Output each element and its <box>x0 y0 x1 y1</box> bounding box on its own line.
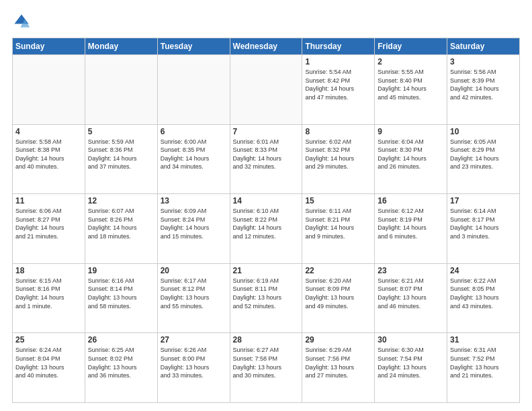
calendar-cell: 11Sunrise: 6:06 AM Sunset: 8:27 PM Dayli… <box>13 194 85 264</box>
calendar-cell: 18Sunrise: 6:15 AM Sunset: 8:16 PM Dayli… <box>13 263 85 333</box>
day-number: 13 <box>161 196 227 205</box>
day-number: 26 <box>88 335 154 345</box>
calendar-cell <box>230 55 302 125</box>
calendar-cell: 20Sunrise: 6:17 AM Sunset: 8:12 PM Dayli… <box>157 263 230 333</box>
day-info: Sunrise: 6:15 AM Sunset: 8:16 PM Dayligh… <box>15 277 82 310</box>
day-number: 29 <box>305 335 371 345</box>
day-number: 21 <box>233 266 300 275</box>
calendar-cell: 4Sunrise: 5:58 AM Sunset: 8:38 PM Daylig… <box>13 124 85 194</box>
calendar-table: SundayMondayTuesdayWednesdayThursdayFrid… <box>12 38 520 403</box>
logo <box>12 12 35 31</box>
calendar-cell: 24Sunrise: 6:22 AM Sunset: 8:05 PM Dayli… <box>447 263 520 333</box>
calendar-cell: 27Sunrise: 6:26 AM Sunset: 8:00 PM Dayli… <box>157 333 230 403</box>
calendar-cell: 10Sunrise: 6:05 AM Sunset: 8:29 PM Dayli… <box>447 124 520 194</box>
day-info: Sunrise: 6:14 AM Sunset: 8:17 PM Dayligh… <box>450 207 517 240</box>
day-info: Sunrise: 5:59 AM Sunset: 8:36 PM Dayligh… <box>88 138 154 171</box>
calendar-cell: 31Sunrise: 6:31 AM Sunset: 7:52 PM Dayli… <box>447 333 520 403</box>
day-info: Sunrise: 6:21 AM Sunset: 8:07 PM Dayligh… <box>378 277 444 310</box>
weekday-header: Monday <box>85 38 157 55</box>
calendar-cell: 5Sunrise: 5:59 AM Sunset: 8:36 PM Daylig… <box>85 124 157 194</box>
calendar-cell: 3Sunrise: 5:56 AM Sunset: 8:39 PM Daylig… <box>447 55 520 125</box>
day-number: 2 <box>378 57 444 66</box>
day-number: 30 <box>378 335 444 345</box>
calendar-body: 1Sunrise: 5:54 AM Sunset: 8:42 PM Daylig… <box>13 55 520 403</box>
calendar-cell: 7Sunrise: 6:01 AM Sunset: 8:33 PM Daylig… <box>230 124 302 194</box>
day-number: 31 <box>450 335 517 345</box>
calendar-cell: 30Sunrise: 6:30 AM Sunset: 7:54 PM Dayli… <box>375 333 447 403</box>
day-info: Sunrise: 6:24 AM Sunset: 8:04 PM Dayligh… <box>15 346 82 379</box>
day-info: Sunrise: 6:00 AM Sunset: 8:35 PM Dayligh… <box>161 138 227 171</box>
calendar-week-row: 25Sunrise: 6:24 AM Sunset: 8:04 PM Dayli… <box>13 333 520 403</box>
day-number: 28 <box>233 335 300 345</box>
calendar-cell: 16Sunrise: 6:12 AM Sunset: 8:19 PM Dayli… <box>375 194 447 264</box>
calendar-header-row: SundayMondayTuesdayWednesdayThursdayFrid… <box>13 38 520 55</box>
weekday-header: Tuesday <box>157 38 230 55</box>
day-info: Sunrise: 6:16 AM Sunset: 8:14 PM Dayligh… <box>88 277 154 310</box>
day-info: Sunrise: 6:12 AM Sunset: 8:19 PM Dayligh… <box>378 207 444 240</box>
calendar-cell: 25Sunrise: 6:24 AM Sunset: 8:04 PM Dayli… <box>13 333 85 403</box>
calendar-cell: 14Sunrise: 6:10 AM Sunset: 8:22 PM Dayli… <box>230 194 302 264</box>
day-number: 16 <box>378 196 444 205</box>
day-number: 9 <box>378 127 444 136</box>
calendar-cell <box>157 55 230 125</box>
calendar-cell: 23Sunrise: 6:21 AM Sunset: 8:07 PM Dayli… <box>375 263 447 333</box>
calendar-cell: 13Sunrise: 6:09 AM Sunset: 8:24 PM Dayli… <box>157 194 230 264</box>
day-number: 5 <box>88 127 154 136</box>
day-info: Sunrise: 6:30 AM Sunset: 7:54 PM Dayligh… <box>378 346 444 379</box>
calendar-cell: 22Sunrise: 6:20 AM Sunset: 8:09 PM Dayli… <box>302 263 375 333</box>
day-number: 23 <box>378 266 444 275</box>
day-info: Sunrise: 6:25 AM Sunset: 8:02 PM Dayligh… <box>88 346 154 379</box>
calendar-week-row: 4Sunrise: 5:58 AM Sunset: 8:38 PM Daylig… <box>13 124 520 194</box>
day-number: 22 <box>305 266 371 275</box>
calendar-page: SundayMondayTuesdayWednesdayThursdayFrid… <box>0 0 532 411</box>
day-info: Sunrise: 6:31 AM Sunset: 7:52 PM Dayligh… <box>450 346 517 379</box>
day-info: Sunrise: 6:01 AM Sunset: 8:33 PM Dayligh… <box>233 138 300 171</box>
day-info: Sunrise: 5:56 AM Sunset: 8:39 PM Dayligh… <box>450 68 517 101</box>
calendar-cell: 2Sunrise: 5:55 AM Sunset: 8:40 PM Daylig… <box>375 55 447 125</box>
calendar-cell: 19Sunrise: 6:16 AM Sunset: 8:14 PM Dayli… <box>85 263 157 333</box>
day-info: Sunrise: 6:09 AM Sunset: 8:24 PM Dayligh… <box>161 207 227 240</box>
weekday-header: Friday <box>375 38 447 55</box>
day-number: 1 <box>305 57 371 66</box>
day-info: Sunrise: 6:04 AM Sunset: 8:30 PM Dayligh… <box>378 138 444 171</box>
day-number: 8 <box>305 127 371 136</box>
day-number: 6 <box>161 127 227 136</box>
calendar-cell <box>13 55 85 125</box>
calendar-cell: 8Sunrise: 6:02 AM Sunset: 8:32 PM Daylig… <box>302 124 375 194</box>
day-info: Sunrise: 6:10 AM Sunset: 8:22 PM Dayligh… <box>233 207 300 240</box>
day-number: 14 <box>233 196 300 205</box>
day-info: Sunrise: 6:20 AM Sunset: 8:09 PM Dayligh… <box>305 277 371 310</box>
calendar-week-row: 11Sunrise: 6:06 AM Sunset: 8:27 PM Dayli… <box>13 194 520 264</box>
calendar-cell: 21Sunrise: 6:19 AM Sunset: 8:11 PM Dayli… <box>230 263 302 333</box>
calendar-cell: 6Sunrise: 6:00 AM Sunset: 8:35 PM Daylig… <box>157 124 230 194</box>
day-info: Sunrise: 6:06 AM Sunset: 8:27 PM Dayligh… <box>15 207 82 240</box>
logo-icon <box>12 12 31 31</box>
day-info: Sunrise: 6:27 AM Sunset: 7:58 PM Dayligh… <box>233 346 300 379</box>
day-info: Sunrise: 6:26 AM Sunset: 8:00 PM Dayligh… <box>161 346 227 379</box>
day-info: Sunrise: 5:55 AM Sunset: 8:40 PM Dayligh… <box>378 68 444 101</box>
day-number: 15 <box>305 196 371 205</box>
day-number: 11 <box>15 196 82 205</box>
day-info: Sunrise: 6:07 AM Sunset: 8:26 PM Dayligh… <box>88 207 154 240</box>
day-number: 24 <box>450 266 517 275</box>
day-info: Sunrise: 6:17 AM Sunset: 8:12 PM Dayligh… <box>161 277 227 310</box>
day-number: 18 <box>15 266 82 275</box>
calendar-cell: 1Sunrise: 5:54 AM Sunset: 8:42 PM Daylig… <box>302 55 375 125</box>
weekday-header: Wednesday <box>230 38 302 55</box>
day-number: 3 <box>450 57 517 66</box>
weekday-header: Sunday <box>13 38 85 55</box>
calendar-cell: 17Sunrise: 6:14 AM Sunset: 8:17 PM Dayli… <box>447 194 520 264</box>
day-info: Sunrise: 6:29 AM Sunset: 7:56 PM Dayligh… <box>305 346 371 379</box>
calendar-cell: 15Sunrise: 6:11 AM Sunset: 8:21 PM Dayli… <box>302 194 375 264</box>
day-info: Sunrise: 6:22 AM Sunset: 8:05 PM Dayligh… <box>450 277 517 310</box>
day-number: 20 <box>161 266 227 275</box>
day-number: 4 <box>15 127 82 136</box>
calendar-cell: 12Sunrise: 6:07 AM Sunset: 8:26 PM Dayli… <box>85 194 157 264</box>
calendar-cell: 9Sunrise: 6:04 AM Sunset: 8:30 PM Daylig… <box>375 124 447 194</box>
day-info: Sunrise: 6:11 AM Sunset: 8:21 PM Dayligh… <box>305 207 371 240</box>
day-number: 27 <box>161 335 227 345</box>
day-info: Sunrise: 6:02 AM Sunset: 8:32 PM Dayligh… <box>305 138 371 171</box>
weekday-header: Thursday <box>302 38 375 55</box>
day-number: 12 <box>88 196 154 205</box>
day-number: 7 <box>233 127 300 136</box>
